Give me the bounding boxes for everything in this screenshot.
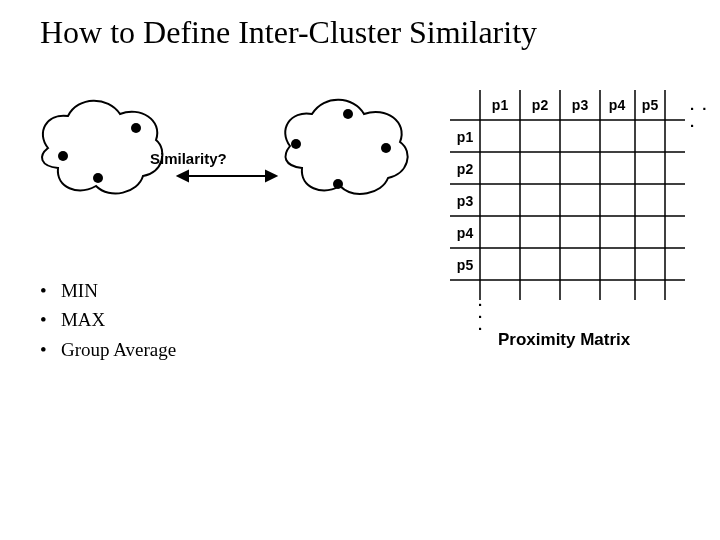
matrix-row-header: p3 <box>457 193 474 209</box>
cluster-diagram <box>28 78 428 238</box>
matrix-row-header: p5 <box>457 257 474 273</box>
list-item: Group Average <box>40 335 176 364</box>
matrix-col-header: p3 <box>572 97 589 113</box>
cluster-right-point <box>333 179 343 189</box>
matrix-col-ellipsis: . . . <box>690 96 720 130</box>
methods-list: MIN MAX Group Average <box>40 276 176 364</box>
svg-marker-1 <box>178 171 188 181</box>
cluster-left-point <box>93 173 103 183</box>
matrix-row-header: p1 <box>457 129 474 145</box>
cluster-right-point <box>343 109 353 119</box>
cluster-left-point <box>131 123 141 133</box>
list-item: MIN <box>40 276 176 305</box>
svg-marker-2 <box>266 171 276 181</box>
matrix-caption: Proximity Matrix <box>498 330 630 350</box>
similarity-arrow <box>178 171 276 181</box>
matrix-col-header: p5 <box>642 97 659 113</box>
slide-title: How to Define Inter-Cluster Similarity <box>40 14 537 51</box>
similarity-label: Similarity? <box>150 150 227 167</box>
proximity-matrix: p1 p2 p3 p4 p5 p1 p2 p3 p4 p5 <box>450 90 685 300</box>
cluster-right-point <box>291 139 301 149</box>
matrix-col-header: p2 <box>532 97 549 113</box>
cluster-right-point <box>381 143 391 153</box>
matrix-row-header: p4 <box>457 225 474 241</box>
matrix-col-header: p1 <box>492 97 509 113</box>
list-item: MAX <box>40 305 176 334</box>
matrix-col-header: p4 <box>609 97 626 113</box>
cluster-left-point <box>58 151 68 161</box>
matrix-row-header: p2 <box>457 161 474 177</box>
matrix-row-ellipsis: . . . <box>478 295 482 331</box>
